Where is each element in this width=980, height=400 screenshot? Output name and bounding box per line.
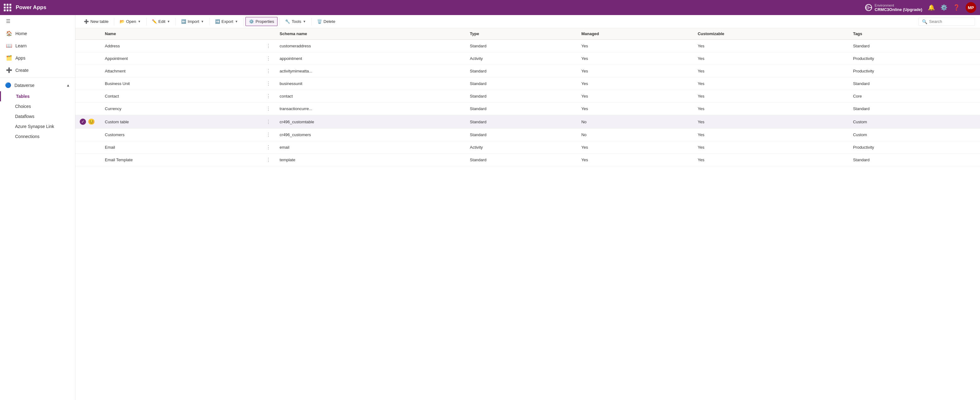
sidebar-menu-toggle[interactable]: ☰ [0, 15, 75, 27]
table-header: Name Schema name Type Managed Customizab… [75, 28, 980, 40]
row-type: Standard [466, 78, 577, 90]
sidebar-item-apps[interactable]: 🗂️ Apps [0, 52, 75, 64]
export-button[interactable]: ➡️ Export ▼ [212, 17, 242, 26]
import-icon: ⬅️ [181, 19, 186, 24]
row-managed: No [577, 129, 694, 141]
row-tags: Core [848, 90, 980, 103]
search-input[interactable] [929, 19, 967, 24]
table-row[interactable]: Customers⋮cr496_customersStandardNoYesCu… [75, 129, 980, 141]
sidebar-item-azure-synapse[interactable]: Azure Synapse Link [0, 121, 75, 132]
import-chevron: ▼ [201, 20, 204, 23]
topnav-right: Environment CRMC3Online (Upgrade) 🔔 ⚙️ ❓… [865, 2, 976, 13]
table-row[interactable]: Address⋮customeraddressStandardYesYesSta… [75, 40, 980, 52]
row-schema: contact [275, 90, 466, 103]
sidebar-item-connections[interactable]: Connections [0, 132, 75, 141]
tools-button[interactable]: 🔧 Tools ▼ [282, 17, 309, 26]
col-header-name[interactable]: Name [100, 28, 261, 40]
sidebar-label-choices: Choices [15, 104, 31, 109]
row-customizable: Yes [694, 78, 849, 90]
row-icons-cell: 😊 [75, 115, 100, 129]
row-dots-menu[interactable]: ⋮ [261, 90, 275, 103]
toolbar-separator-5 [243, 18, 243, 25]
row-dots-menu[interactable]: ⋮ [261, 115, 275, 129]
row-schema: activitymimeatta... [275, 65, 466, 78]
table-row[interactable]: Appointment⋮appointmentActivityYesYesPro… [75, 52, 980, 65]
delete-button[interactable]: 🗑️ Delete [313, 17, 339, 26]
search-box[interactable]: 🔍 [918, 17, 975, 26]
row-icons-cell [75, 52, 100, 65]
row-managed: Yes [577, 103, 694, 115]
row-dots-menu[interactable]: ⋮ [261, 154, 275, 166]
row-type: Activity [466, 52, 577, 65]
row-customizable: Yes [694, 115, 849, 129]
row-type: Standard [466, 40, 577, 52]
search-icon: 🔍 [922, 19, 927, 24]
open-button[interactable]: 📂 Open ▼ [116, 17, 145, 26]
edit-button[interactable]: ✏️ Edit ▼ [148, 17, 173, 26]
sidebar-item-dataverse[interactable]: 🔵 Dataverse ▲ [0, 79, 75, 91]
help-icon[interactable]: ❓ [953, 4, 960, 11]
tables-table: Name Schema name Type Managed Customizab… [75, 28, 980, 166]
open-chevron: ▼ [138, 20, 141, 23]
row-managed: No [577, 115, 694, 129]
col-header-tags[interactable]: Tags [848, 28, 980, 40]
gear-icon[interactable]: ⚙️ [940, 4, 947, 11]
row-type: Standard [466, 90, 577, 103]
import-button[interactable]: ⬅️ Import ▼ [178, 17, 207, 26]
sidebar-item-dataflows[interactable]: Dataflows [0, 111, 75, 121]
row-dots-menu[interactable]: ⋮ [261, 129, 275, 141]
row-name: Contact [100, 90, 261, 103]
row-tags: Custom [848, 129, 980, 141]
row-tags: Standard [848, 78, 980, 90]
toolbar-separator-6 [279, 18, 280, 25]
col-header-schema[interactable]: Schema name [275, 28, 466, 40]
row-tags: Productivity [848, 52, 980, 65]
check-circle-icon [80, 119, 86, 125]
sidebar-label-connections: Connections [15, 134, 40, 139]
table-row[interactable]: Contact⋮contactStandardYesYesCore [75, 90, 980, 103]
sidebar-item-home[interactable]: 🏠 Home [0, 27, 75, 40]
col-header-dots [261, 28, 275, 40]
col-header-managed[interactable]: Managed [577, 28, 694, 40]
sidebar-divider [0, 78, 75, 78]
sidebar-item-tables[interactable]: Tables [0, 91, 75, 102]
row-name: Email [100, 141, 261, 154]
row-dots-menu[interactable]: ⋮ [261, 52, 275, 65]
bell-icon[interactable]: 🔔 [928, 4, 935, 11]
table-row[interactable]: Attachment⋮activitymimeatta...StandardYe… [75, 65, 980, 78]
table-row[interactable]: Currency⋮transactioncurre...StandardYesY… [75, 103, 980, 115]
row-managed: Yes [577, 65, 694, 78]
row-dots-menu[interactable]: ⋮ [261, 103, 275, 115]
table-row[interactable]: Email⋮emailActivityYesYesProductivity [75, 141, 980, 154]
col-header-customizable[interactable]: Customizable [694, 28, 849, 40]
sidebar-item-choices[interactable]: Choices [0, 102, 75, 111]
row-icons: 😊 [80, 118, 96, 125]
row-dots-menu[interactable]: ⋮ [261, 78, 275, 90]
globe-icon [865, 4, 872, 11]
sidebar-item-learn[interactable]: 📖 Learn [0, 40, 75, 52]
tables-list: Name Schema name Type Managed Customizab… [75, 28, 980, 400]
avatar[interactable]: MP [966, 2, 976, 13]
environment-name: CRMC3Online (Upgrade) [875, 7, 922, 12]
grid-icon[interactable] [4, 4, 11, 11]
environment-label: Environment [875, 3, 922, 7]
row-icons-cell [75, 65, 100, 78]
table-row[interactable]: 😊Custom table⋮cr496_customtableStandardN… [75, 115, 980, 129]
row-type: Standard [466, 129, 577, 141]
row-dots-menu[interactable]: ⋮ [261, 141, 275, 154]
row-customizable: Yes [694, 154, 849, 166]
col-header-type[interactable]: Type [466, 28, 577, 40]
sidebar-item-create[interactable]: ➕ Create [0, 64, 75, 76]
sidebar: ☰ 🏠 Home 📖 Learn 🗂️ Apps ➕ Create 🔵 Data… [0, 15, 75, 400]
table-row[interactable]: Email Template⋮templateStandardYesYesSta… [75, 154, 980, 166]
row-dots-menu[interactable]: ⋮ [261, 65, 275, 78]
new-table-button[interactable]: ➕ New table [80, 17, 112, 26]
row-dots-menu[interactable]: ⋮ [261, 40, 275, 52]
properties-button[interactable]: ⚙️ Properties [245, 17, 277, 26]
row-name: Attachment [100, 65, 261, 78]
environment-block[interactable]: Environment CRMC3Online (Upgrade) [865, 3, 922, 12]
environment-text: Environment CRMC3Online (Upgrade) [875, 3, 922, 12]
sidebar-label-apps: Apps [15, 56, 25, 60]
home-icon: 🏠 [6, 30, 12, 37]
table-row[interactable]: Business Unit⋮businessunitStandardYesYes… [75, 78, 980, 90]
